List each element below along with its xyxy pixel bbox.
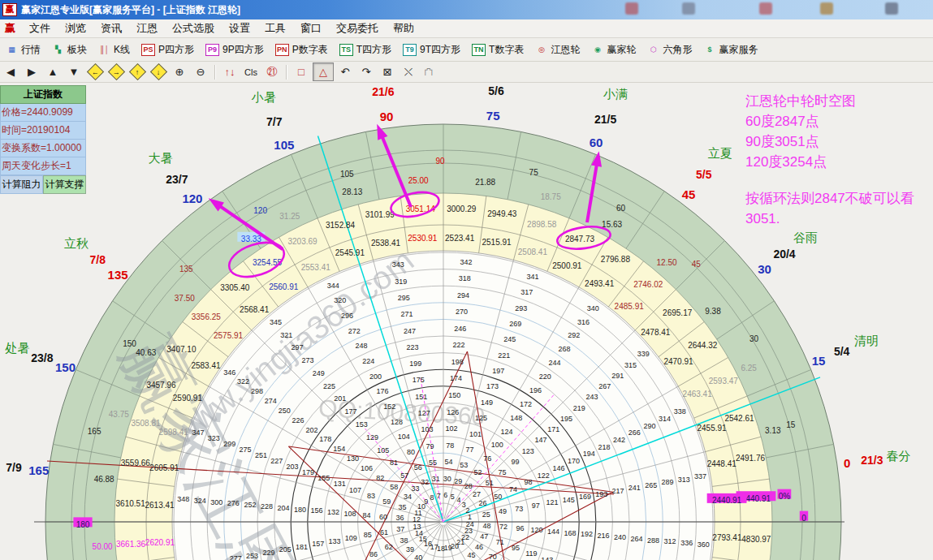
svg-text:347: 347	[192, 429, 204, 437]
shift-right-icon[interactable]: →	[106, 63, 126, 80]
draw-square-icon[interactable]: □	[292, 63, 311, 80]
zoom-in-icon[interactable]: ⊕	[170, 63, 189, 80]
menu-item-1[interactable]: 浏览	[58, 19, 93, 37]
svg-text:340: 340	[587, 304, 599, 312]
svg-text:102: 102	[446, 424, 458, 433]
svg-text:181: 181	[296, 543, 308, 551]
menu-item-6[interactable]: 工具	[257, 19, 293, 37]
svg-text:176: 176	[377, 387, 389, 395]
menu-item-5[interactable]: 设置	[222, 19, 257, 37]
fit-icon[interactable]: ⊠	[378, 63, 397, 80]
calc-support-button[interactable]: 计算支撑	[43, 175, 86, 194]
svg-text:170: 170	[568, 457, 580, 465]
svg-text:4830.97: 4830.97	[741, 535, 771, 544]
shift-down-icon[interactable]: ↓	[149, 63, 168, 80]
main-toolbar: ▦行情▚板块║│K线PSP四方形P99P四方形PNP数字表TST四方形T99T四…	[0, 38, 933, 62]
zoom-out-icon[interactable]: ⊖	[191, 63, 210, 80]
svg-text:23/7: 23/7	[166, 173, 188, 186]
panel-title: 上证指数	[0, 85, 86, 104]
svg-text:55: 55	[429, 459, 437, 467]
toolbar-button-赢家服务[interactable]: $赢家服务	[701, 42, 760, 58]
rotate-ccw-icon[interactable]: ↶	[335, 63, 355, 80]
cls-button[interactable]: Cls	[241, 63, 261, 80]
toolbar-button-赢家轮[interactable]: ◉赢家轮	[589, 42, 638, 58]
nav-up-icon[interactable]: ▲	[43, 63, 63, 80]
svg-text:229: 229	[262, 549, 274, 557]
toolbar-button-P四方形[interactable]: PSP四方形	[139, 42, 197, 58]
svg-text:228: 228	[261, 502, 273, 510]
svg-text:298: 298	[251, 387, 263, 395]
svg-text:谷雨: 谷雨	[793, 230, 818, 244]
toolbar-button-T数字表[interactable]: TNT数字表	[469, 42, 526, 58]
svg-text:103: 103	[421, 425, 433, 433]
toolbar-button-T四方形[interactable]: TST四方形	[337, 42, 394, 58]
svg-text:195: 195	[560, 415, 572, 423]
svg-text:50.00: 50.00	[93, 542, 113, 551]
menu-bar: 赢 文件浏览资讯江恩公式选股设置工具窗口交易委托帮助	[0, 19, 933, 38]
menu-item-8[interactable]: 交易委托	[329, 19, 386, 37]
svg-text:145: 145	[563, 496, 575, 504]
svg-text:346: 346	[223, 368, 235, 377]
menu-item-0[interactable]: 文件	[22, 19, 58, 37]
svg-text:15.63: 15.63	[602, 220, 622, 229]
scatter-icon[interactable]: ⤬	[399, 63, 418, 80]
svg-text:180: 180	[76, 520, 90, 529]
toolbar-button-K线[interactable]: ║│K线	[96, 42, 132, 58]
svg-text:321: 321	[280, 331, 292, 339]
svg-text:276: 276	[227, 499, 240, 507]
draw-triangle-icon[interactable]: △	[313, 62, 334, 81]
shift-left-icon[interactable]: ←	[85, 63, 105, 80]
svg-text:21/3: 21/3	[861, 454, 883, 467]
toolbar-label: 行情	[21, 43, 41, 57]
toolbar-button-江恩轮[interactable]: ◎江恩轮	[533, 42, 582, 58]
menu-item-2[interactable]: 资讯	[93, 19, 129, 37]
svg-text:105: 105	[340, 170, 354, 179]
toolbar-button-六角形[interactable]: ⬡六角形	[645, 42, 694, 58]
shift-up-icon[interactable]: ↑	[127, 63, 147, 80]
nav-first-icon[interactable]: ◀	[1, 63, 20, 80]
svg-text:216: 216	[598, 532, 610, 540]
svg-text:122: 122	[538, 472, 550, 480]
app-icon: 赢	[2, 3, 17, 16]
svg-text:2949.43: 2949.43	[487, 209, 517, 218]
gann-wheel-icon: ◎	[535, 45, 547, 55]
svg-text:3559.66: 3559.66	[121, 459, 151, 467]
toolbar-button-P数字表[interactable]: PNP数字表	[273, 42, 330, 58]
toolbar-label: 赢家轮	[607, 43, 636, 57]
svg-text:大暑: 大暑	[149, 151, 173, 165]
svg-text:49: 49	[499, 507, 507, 515]
app-logo-icon: 赢	[5, 21, 15, 36]
svg-text:45: 45	[467, 551, 475, 559]
panel-row-2: 变换系数=1.00000	[0, 140, 86, 157]
toolbar-separator	[214, 65, 216, 80]
menu-item-4[interactable]: 公式选股	[165, 19, 222, 37]
svg-text:199: 199	[409, 360, 421, 368]
toolbar-button-行情[interactable]: ▦行情	[3, 42, 43, 58]
svg-text:79: 79	[426, 442, 434, 450]
svg-text:220: 220	[539, 373, 551, 381]
svg-text:296: 296	[341, 312, 353, 320]
svg-text:76: 76	[483, 454, 491, 463]
svg-text:90: 90	[436, 157, 446, 166]
svg-text:247: 247	[404, 327, 416, 335]
toolbar-button-板块[interactable]: ▚板块	[50, 42, 89, 58]
svg-text:95: 95	[512, 544, 520, 552]
calendar-icon[interactable]: ㉑	[262, 63, 282, 80]
rotate-cw-icon[interactable]: ↷	[356, 63, 376, 80]
svg-text:40: 40	[414, 554, 422, 560]
menu-item-7[interactable]: 窗口	[293, 19, 329, 37]
toolbar-button-9P四方形[interactable]: P99P四方形	[203, 42, 266, 58]
svg-text:30: 30	[749, 334, 759, 343]
svg-text:105: 105	[377, 446, 389, 454]
svg-text:266: 266	[628, 429, 641, 437]
calc-resistance-button[interactable]: 计算阻力	[0, 175, 43, 194]
svg-text:130: 130	[347, 454, 359, 463]
nav-down-icon[interactable]: ▼	[64, 63, 84, 80]
toolbar-button-9T四方形[interactable]: T99T四方形	[400, 42, 463, 58]
menu-item-9[interactable]: 帮助	[386, 19, 421, 37]
updown-icon[interactable]: ↑↓	[220, 63, 240, 80]
funnel-icon[interactable]: ⛫	[420, 63, 439, 80]
menu-item-3[interactable]: 江恩	[129, 19, 165, 37]
svg-text:2545.91: 2545.91	[335, 248, 365, 257]
nav-last-icon[interactable]: ▶	[22, 63, 41, 80]
